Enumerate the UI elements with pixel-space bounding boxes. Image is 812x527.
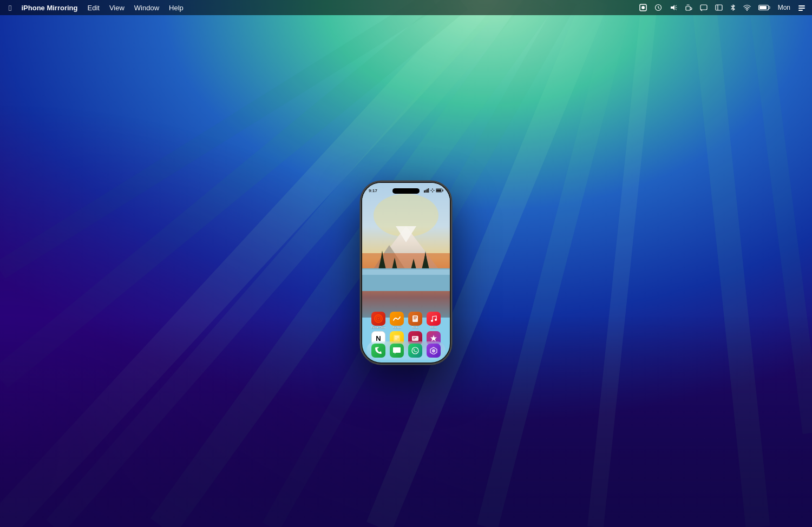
svg-rect-32 — [798, 8, 805, 9]
phone-screen[interactable]: 9:17 Pocket Casts — [362, 183, 450, 363]
bluetooth-icon[interactable] — [728, 3, 738, 12]
status-time: 9:17 — [369, 188, 377, 193]
sidebar-icon[interactable] — [713, 3, 725, 12]
svg-rect-65 — [394, 335, 400, 341]
svg-rect-53 — [443, 189, 444, 191]
svg-rect-70 — [413, 337, 416, 338]
wifi-icon[interactable] — [741, 3, 753, 12]
music-icon — [427, 312, 441, 326]
menu-edit[interactable]: Edit — [83, 3, 103, 13]
timer-icon[interactable] — [652, 3, 664, 12]
svg-rect-51 — [428, 188, 429, 193]
svg-rect-67 — [395, 337, 399, 338]
svg-rect-60 — [414, 317, 417, 317]
books-icon — [408, 312, 422, 326]
svg-point-28 — [746, 10, 748, 11]
wallpaper — [362, 183, 450, 318]
status-icons — [424, 188, 443, 193]
app-audible[interactable]: Audible — [390, 312, 404, 329]
svg-rect-24 — [700, 5, 707, 10]
screen-record-icon[interactable] — [637, 3, 649, 12]
svg-point-63 — [431, 320, 433, 322]
battery-icon[interactable] — [756, 3, 772, 12]
volume-icon[interactable] — [667, 3, 679, 12]
app-row-1: Pocket Casts Audible Books — [362, 312, 450, 329]
svg-rect-54 — [436, 189, 441, 192]
svg-rect-33 — [798, 10, 803, 11]
dock-bezel[interactable] — [427, 344, 441, 358]
notification-center-icon[interactable] — [796, 3, 808, 12]
apple-menu[interactable]:  — [4, 2, 16, 14]
music-label: Music — [430, 326, 437, 329]
svg-rect-49 — [425, 190, 427, 193]
svg-rect-71 — [413, 338, 415, 339]
pocket-casts-icon — [371, 312, 385, 326]
app-books[interactable]: Books — [408, 312, 422, 329]
svg-rect-26 — [716, 5, 722, 10]
menubar:  iPhone Mirroring Edit View Window Help — [0, 0, 812, 15]
dock — [366, 341, 446, 360]
svg-line-22 — [675, 9, 676, 10]
svg-point-73 — [412, 347, 418, 354]
svg-rect-31 — [798, 5, 805, 6]
svg-point-64 — [435, 319, 437, 321]
svg-line-18 — [658, 8, 659, 9]
dynamic-island — [392, 188, 420, 194]
svg-rect-50 — [427, 189, 428, 193]
svg-marker-75 — [432, 349, 435, 353]
svg-rect-48 — [424, 190, 425, 193]
audible-label: Audible — [393, 326, 401, 329]
pocket-casts-label: Pocket Casts — [371, 326, 386, 329]
audible-icon — [390, 312, 404, 326]
svg-point-15 — [641, 6, 645, 9]
svg-rect-47 — [362, 269, 450, 275]
coffee-icon[interactable] — [683, 3, 695, 12]
app-pocket-casts[interactable]: Pocket Casts — [371, 312, 386, 329]
svg-line-20 — [675, 5, 676, 6]
svg-rect-66 — [395, 336, 399, 337]
dock-whatsapp[interactable] — [408, 344, 422, 358]
svg-rect-68 — [395, 339, 397, 339]
menu-help[interactable]: Help — [165, 3, 188, 13]
menu-view[interactable]: View — [105, 3, 129, 13]
phone-body: 9:17 Pocket Casts — [361, 181, 451, 364]
message-icon[interactable] — [698, 3, 710, 12]
iphone-mockup: 9:17 Pocket Casts — [361, 181, 451, 364]
svg-rect-61 — [414, 318, 417, 318]
svg-marker-19 — [671, 5, 675, 10]
app-music[interactable]: Music — [427, 312, 441, 329]
svg-rect-23 — [686, 6, 690, 10]
date-time[interactable]: Mon — [776, 3, 793, 12]
svg-rect-62 — [414, 319, 416, 319]
books-label: Books — [412, 326, 419, 329]
dock-phone[interactable] — [371, 344, 385, 358]
svg-marker-72 — [430, 335, 437, 341]
dock-messages[interactable] — [390, 344, 404, 358]
menu-window[interactable]: Window — [130, 3, 163, 13]
app-name[interactable]: iPhone Mirroring — [17, 3, 82, 13]
svg-rect-30 — [759, 6, 767, 9]
